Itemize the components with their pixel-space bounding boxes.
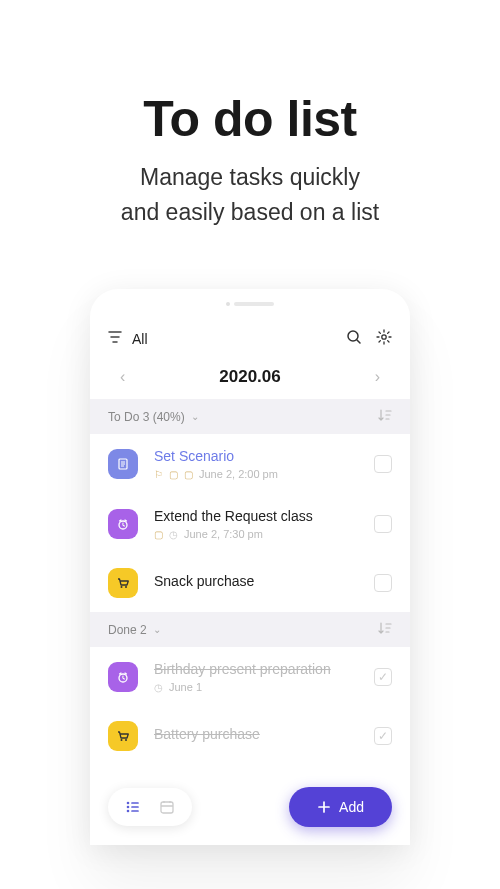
task-category-icon [108,509,138,539]
chevron-down-icon: ⌄ [153,624,161,635]
task-checkbox[interactable]: ✓ [374,668,392,686]
sort-icon[interactable] [378,409,392,424]
task-title: Set Scenario [154,448,358,464]
svg-point-10 [127,806,130,809]
chevron-down-icon: ⌄ [191,411,199,422]
task-title: Snack purchase [154,573,358,589]
task-row[interactable]: Battery purchase ✓ [90,707,410,765]
section-done-label: Done 2 [108,623,147,637]
task-checkbox[interactable] [374,515,392,533]
top-bar: All [90,319,410,359]
search-icon[interactable] [346,329,362,349]
bottom-bar: Add [90,773,410,845]
task-meta: ◷June 1 [154,681,358,693]
svg-point-11 [127,810,130,813]
hero-title: To do list [30,90,470,148]
svg-point-1 [382,335,386,339]
svg-point-9 [127,802,130,805]
task-category-icon [108,568,138,598]
task-title: Birthday present preparation [154,661,358,677]
section-header-done[interactable]: Done 2 ⌄ [90,612,410,647]
phone-frame: All ‹ 2020.06 › To Do 3 (40%) ⌄ [90,289,410,845]
section-header-todo[interactable]: To Do 3 (40%) ⌄ [90,399,410,434]
view-toggle [108,788,192,826]
task-checkbox[interactable] [374,455,392,473]
task-category-icon [108,662,138,692]
section-todo-label: To Do 3 (40%) [108,410,185,424]
task-checkbox[interactable]: ✓ [374,727,392,745]
hero-subtitle: Manage tasks quickly and easily based on… [30,160,470,229]
task-category-icon [108,721,138,751]
calendar-view-button[interactable] [156,796,178,818]
next-month-button[interactable]: › [375,368,380,386]
prev-month-button[interactable]: ‹ [120,368,125,386]
task-title: Battery purchase [154,726,358,742]
hero: To do list Manage tasks quickly and easi… [0,0,500,259]
svg-point-5 [125,586,127,588]
status-bar [90,289,410,319]
month-label: 2020.06 [219,367,280,387]
filter-icon[interactable] [108,330,122,348]
svg-point-4 [121,586,123,588]
svg-point-8 [125,739,127,741]
month-nav: ‹ 2020.06 › [90,359,410,399]
add-button-label: Add [339,799,364,815]
task-meta: ⚐▢▢June 2, 2:00 pm [154,468,358,480]
task-meta: ▢◷June 2, 7:30 pm [154,528,358,540]
task-title: Extend the Request class [154,508,358,524]
svg-point-7 [121,739,123,741]
task-row[interactable]: Extend the Request class ▢◷June 2, 7:30 … [90,494,410,554]
list-view-button[interactable] [122,796,144,818]
svg-rect-12 [161,802,173,813]
task-row[interactable]: Snack purchase [90,554,410,612]
plus-icon [317,800,331,814]
add-button[interactable]: Add [289,787,392,827]
filter-label[interactable]: All [132,331,336,347]
task-row[interactable]: Set Scenario ⚐▢▢June 2, 2:00 pm [90,434,410,494]
task-category-icon [108,449,138,479]
gear-icon[interactable] [376,329,392,349]
sort-icon[interactable] [378,622,392,637]
task-checkbox[interactable] [374,574,392,592]
task-row[interactable]: Birthday present preparation ◷June 1 ✓ [90,647,410,707]
